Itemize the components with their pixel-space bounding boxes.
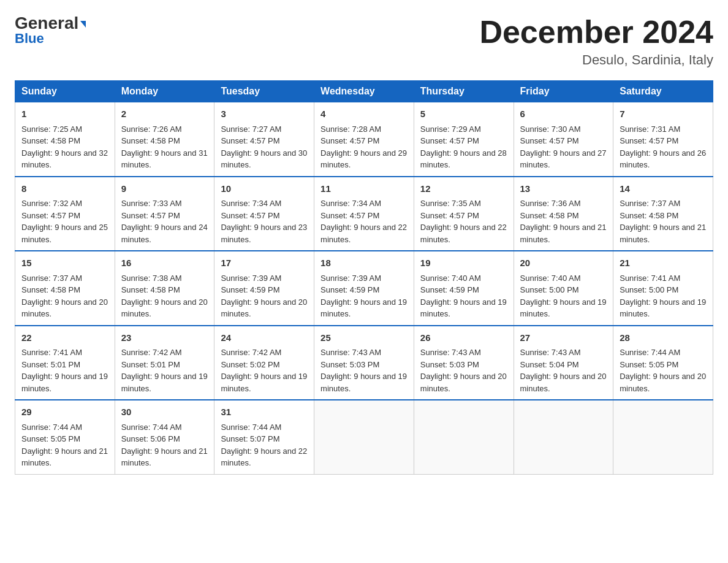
title-block: December 2024 Desulo, Sardinia, Italy bbox=[479, 15, 713, 68]
calendar-cell: 31 Sunrise: 7:44 AM Sunset: 5:07 PM Dayl… bbox=[214, 400, 314, 474]
sunset-label: Sunset: 5:05 PM bbox=[620, 360, 678, 369]
sunset-label: Sunset: 4:57 PM bbox=[420, 136, 479, 145]
day-number: 26 bbox=[420, 331, 507, 345]
calendar-week-row: 1 Sunrise: 7:25 AM Sunset: 4:58 PM Dayli… bbox=[15, 102, 713, 177]
sunset-label: Sunset: 4:58 PM bbox=[121, 285, 180, 294]
sunset-label: Sunset: 5:07 PM bbox=[221, 434, 279, 443]
daylight-label: Daylight: 9 hours and 26 minutes. bbox=[620, 148, 706, 170]
day-number: 14 bbox=[620, 182, 707, 196]
sunset-label: Sunset: 4:57 PM bbox=[320, 211, 379, 220]
daylight-label: Daylight: 9 hours and 23 minutes. bbox=[221, 223, 307, 244]
sunset-label: Sunset: 4:58 PM bbox=[21, 285, 80, 294]
sunrise-label: Sunrise: 7:44 AM bbox=[620, 348, 680, 357]
page-header: General Blue December 2024 Desulo, Sardi… bbox=[15, 15, 713, 68]
day-number: 1 bbox=[21, 107, 108, 121]
sunset-label: Sunset: 5:03 PM bbox=[320, 360, 379, 369]
daylight-label: Daylight: 9 hours and 20 minutes. bbox=[221, 297, 307, 319]
calendar-cell: 15 Sunrise: 7:37 AM Sunset: 4:58 PM Dayl… bbox=[15, 251, 115, 326]
day-number: 5 bbox=[420, 107, 507, 121]
sunrise-label: Sunrise: 7:34 AM bbox=[320, 199, 381, 208]
sunrise-label: Sunrise: 7:42 AM bbox=[121, 348, 182, 357]
sunrise-label: Sunrise: 7:34 AM bbox=[221, 199, 281, 208]
calendar-cell: 29 Sunrise: 7:44 AM Sunset: 5:05 PM Dayl… bbox=[15, 400, 115, 474]
weekday-header: Saturday bbox=[613, 81, 713, 102]
sunrise-label: Sunrise: 7:41 AM bbox=[21, 348, 82, 357]
day-number: 10 bbox=[221, 182, 308, 196]
daylight-label: Daylight: 9 hours and 21 minutes. bbox=[620, 223, 706, 244]
calendar-cell: 28 Sunrise: 7:44 AM Sunset: 5:05 PM Dayl… bbox=[613, 326, 713, 400]
sunset-label: Sunset: 4:58 PM bbox=[520, 211, 579, 220]
calendar-table: SundayMondayTuesdayWednesdayThursdayFrid… bbox=[15, 80, 713, 475]
calendar-cell: 3 Sunrise: 7:27 AM Sunset: 4:57 PM Dayli… bbox=[214, 102, 314, 177]
daylight-label: Daylight: 9 hours and 28 minutes. bbox=[420, 148, 507, 170]
sunrise-label: Sunrise: 7:35 AM bbox=[420, 199, 481, 208]
daylight-label: Daylight: 9 hours and 20 minutes. bbox=[620, 372, 706, 393]
sunset-label: Sunset: 4:59 PM bbox=[420, 285, 479, 294]
calendar-cell bbox=[414, 400, 514, 474]
sunrise-label: Sunrise: 7:36 AM bbox=[520, 199, 581, 208]
sunrise-label: Sunrise: 7:32 AM bbox=[21, 199, 82, 208]
sunrise-label: Sunrise: 7:44 AM bbox=[221, 423, 281, 432]
day-number: 7 bbox=[620, 107, 707, 121]
calendar-cell: 30 Sunrise: 7:44 AM Sunset: 5:06 PM Dayl… bbox=[115, 400, 214, 474]
calendar-week-row: 8 Sunrise: 7:32 AM Sunset: 4:57 PM Dayli… bbox=[15, 177, 713, 251]
calendar-week-row: 15 Sunrise: 7:37 AM Sunset: 4:58 PM Dayl… bbox=[15, 251, 713, 326]
sunset-label: Sunset: 5:06 PM bbox=[121, 434, 180, 443]
sunset-label: Sunset: 4:58 PM bbox=[21, 136, 80, 145]
calendar-cell: 27 Sunrise: 7:43 AM Sunset: 5:04 PM Dayl… bbox=[514, 326, 613, 400]
day-number: 4 bbox=[320, 107, 408, 121]
day-number: 8 bbox=[21, 182, 108, 196]
daylight-label: Daylight: 9 hours and 19 minutes. bbox=[620, 297, 706, 319]
daylight-label: Daylight: 9 hours and 21 minutes. bbox=[520, 223, 607, 244]
day-number: 2 bbox=[121, 107, 208, 121]
sunset-label: Sunset: 4:59 PM bbox=[320, 285, 379, 294]
daylight-label: Daylight: 9 hours and 27 minutes. bbox=[520, 148, 607, 170]
sunset-label: Sunset: 4:57 PM bbox=[520, 136, 579, 145]
weekday-header: Sunday bbox=[15, 81, 115, 102]
sunrise-label: Sunrise: 7:39 AM bbox=[320, 274, 381, 283]
page-title: December 2024 bbox=[479, 15, 713, 50]
sunrise-label: Sunrise: 7:29 AM bbox=[420, 124, 481, 134]
sunset-label: Sunset: 4:57 PM bbox=[221, 136, 279, 145]
calendar-cell: 8 Sunrise: 7:32 AM Sunset: 4:57 PM Dayli… bbox=[15, 177, 115, 251]
daylight-label: Daylight: 9 hours and 24 minutes. bbox=[121, 223, 208, 244]
calendar-week-row: 22 Sunrise: 7:41 AM Sunset: 5:01 PM Dayl… bbox=[15, 326, 713, 400]
calendar-cell bbox=[514, 400, 613, 474]
sunrise-label: Sunrise: 7:37 AM bbox=[620, 199, 680, 208]
calendar-cell: 22 Sunrise: 7:41 AM Sunset: 5:01 PM Dayl… bbox=[15, 326, 115, 400]
sunset-label: Sunset: 4:57 PM bbox=[121, 211, 180, 220]
sunrise-label: Sunrise: 7:28 AM bbox=[320, 124, 381, 134]
day-number: 31 bbox=[221, 405, 308, 419]
sunrise-label: Sunrise: 7:39 AM bbox=[221, 274, 281, 283]
calendar-cell: 23 Sunrise: 7:42 AM Sunset: 5:01 PM Dayl… bbox=[115, 326, 214, 400]
calendar-header-row: SundayMondayTuesdayWednesdayThursdayFrid… bbox=[15, 81, 713, 102]
daylight-label: Daylight: 9 hours and 22 minutes. bbox=[221, 446, 307, 468]
sunrise-label: Sunrise: 7:37 AM bbox=[21, 274, 82, 283]
sunset-label: Sunset: 5:01 PM bbox=[21, 360, 80, 369]
daylight-label: Daylight: 9 hours and 20 minutes. bbox=[520, 372, 607, 393]
daylight-label: Daylight: 9 hours and 19 minutes. bbox=[520, 297, 607, 319]
day-number: 20 bbox=[520, 256, 607, 270]
calendar-cell: 10 Sunrise: 7:34 AM Sunset: 4:57 PM Dayl… bbox=[214, 177, 314, 251]
daylight-label: Daylight: 9 hours and 22 minutes. bbox=[320, 223, 407, 244]
daylight-label: Daylight: 9 hours and 21 minutes. bbox=[121, 446, 208, 468]
daylight-label: Daylight: 9 hours and 32 minutes. bbox=[21, 148, 108, 170]
calendar-cell: 4 Sunrise: 7:28 AM Sunset: 4:57 PM Dayli… bbox=[314, 102, 414, 177]
page-subtitle: Desulo, Sardinia, Italy bbox=[479, 52, 713, 68]
sunset-label: Sunset: 4:57 PM bbox=[21, 211, 80, 220]
sunrise-label: Sunrise: 7:40 AM bbox=[520, 274, 581, 283]
daylight-label: Daylight: 9 hours and 31 minutes. bbox=[121, 148, 208, 170]
calendar-cell: 17 Sunrise: 7:39 AM Sunset: 4:59 PM Dayl… bbox=[214, 251, 314, 326]
day-number: 12 bbox=[420, 182, 507, 196]
sunset-label: Sunset: 4:57 PM bbox=[320, 136, 379, 145]
sunset-label: Sunset: 5:00 PM bbox=[620, 285, 678, 294]
calendar-cell: 16 Sunrise: 7:38 AM Sunset: 4:58 PM Dayl… bbox=[115, 251, 214, 326]
day-number: 18 bbox=[320, 256, 408, 270]
daylight-label: Daylight: 9 hours and 30 minutes. bbox=[221, 148, 307, 170]
sunset-label: Sunset: 5:00 PM bbox=[520, 285, 579, 294]
logo: General Blue bbox=[15, 15, 86, 47]
weekday-header: Wednesday bbox=[314, 81, 414, 102]
day-number: 28 bbox=[620, 331, 707, 345]
calendar-cell: 1 Sunrise: 7:25 AM Sunset: 4:58 PM Dayli… bbox=[15, 102, 115, 177]
sunrise-label: Sunrise: 7:27 AM bbox=[221, 124, 281, 134]
